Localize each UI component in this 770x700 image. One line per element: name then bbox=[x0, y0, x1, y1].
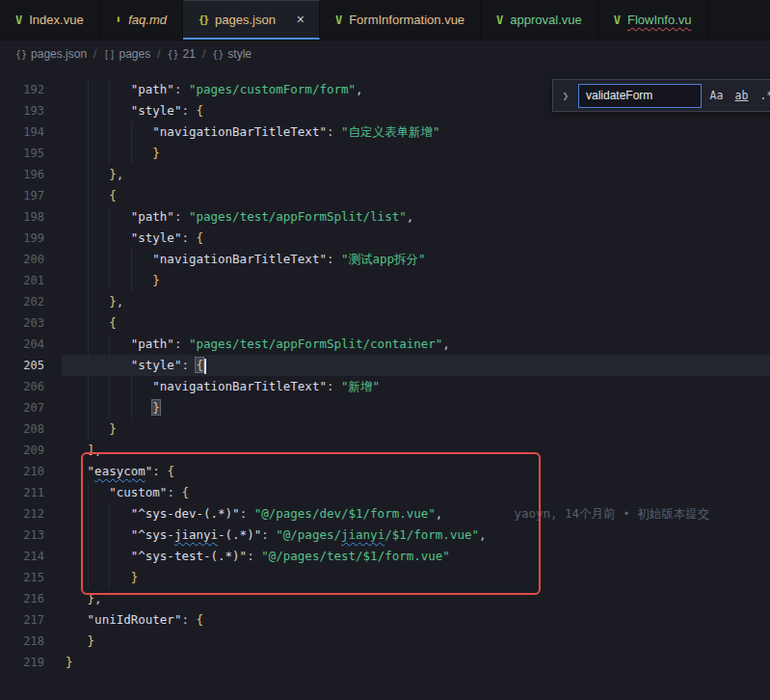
line-number[interactable]: 198 bbox=[0, 206, 44, 228]
code-token: : bbox=[181, 230, 196, 245]
line-number[interactable]: 192 bbox=[0, 79, 44, 100]
code-line-content: } bbox=[62, 567, 770, 588]
code-line[interactable]: 214 "^sys-test-(.*)": "@/pages/test/$1/f… bbox=[0, 546, 770, 567]
code-token bbox=[66, 506, 131, 521]
code-token: } bbox=[152, 146, 160, 160]
line-number[interactable]: 202 bbox=[0, 291, 44, 312]
line-number[interactable]: 217 bbox=[0, 609, 44, 631]
tab-faq.md[interactable]: ⬇faq.md bbox=[100, 0, 183, 40]
code-line[interactable]: 207 } bbox=[0, 397, 770, 418]
code-line-content: "path": "pages/test/appFormSplit/contain… bbox=[62, 334, 770, 355]
code-line[interactable]: 196 }, bbox=[0, 164, 770, 185]
find-input[interactable] bbox=[578, 84, 702, 108]
tab-FlowInfo.vu[interactable]: VFlowInfo.vu bbox=[598, 0, 708, 40]
line-number[interactable]: 201 bbox=[0, 270, 44, 291]
tab-FormInformation.vue[interactable]: VFormInformation.vue bbox=[320, 0, 481, 40]
indent-guide bbox=[88, 376, 89, 397]
breadcrumb-item-pages[interactable]: []pages bbox=[103, 47, 150, 61]
breadcrumb-item-style[interactable]: {}style bbox=[212, 47, 252, 61]
code-line[interactable]: 216 }, bbox=[0, 588, 770, 609]
tab-Index.vue[interactable]: VIndex.vue bbox=[0, 0, 100, 40]
code-token: jianyi bbox=[174, 527, 218, 542]
code-line[interactable]: 215 } bbox=[0, 567, 770, 588]
line-number[interactable]: 210 bbox=[0, 461, 44, 482]
code-token: : bbox=[174, 337, 189, 351]
tab-label: FormInformation.vue bbox=[349, 13, 465, 27]
match-case-button[interactable]: Aa bbox=[706, 86, 727, 106]
line-number[interactable]: 214 bbox=[0, 546, 44, 567]
code-line[interactable]: 201 } bbox=[0, 270, 770, 291]
line-number[interactable]: 205 bbox=[0, 355, 44, 376]
code-token: "uniIdRouter" bbox=[88, 612, 182, 627]
line-number[interactable]: 215 bbox=[0, 567, 44, 588]
code-line[interactable]: 217 "uniIdRouter": { bbox=[0, 609, 770, 631]
indent-guide bbox=[131, 249, 132, 270]
line-number[interactable]: 203 bbox=[0, 312, 44, 334]
code-line[interactable]: 218 } bbox=[0, 631, 770, 652]
indent-guide bbox=[88, 291, 89, 312]
line-number[interactable]: 195 bbox=[0, 143, 44, 164]
tab-approval.vue[interactable]: Vapproval.vue bbox=[481, 0, 598, 40]
line-number[interactable]: 194 bbox=[0, 121, 44, 143]
code-line[interactable]: 213 "^sys-jianyi-(.*)": "@/pages/jianyi/… bbox=[0, 525, 770, 546]
line-number[interactable]: 200 bbox=[0, 249, 44, 270]
code-line[interactable]: 198 "path": "pages/test/appFormSplit/lis… bbox=[0, 206, 770, 228]
close-tab-icon[interactable]: × bbox=[292, 11, 309, 28]
line-number[interactable]: 212 bbox=[0, 503, 44, 525]
code-line[interactable]: 212 "^sys-dev-(.*)": "@/pages/dev/$1/for… bbox=[0, 503, 770, 525]
line-number[interactable]: 204 bbox=[0, 334, 44, 355]
line-number[interactable]: 207 bbox=[0, 397, 44, 418]
breadcrumb-separator: / bbox=[202, 47, 205, 61]
tab-label: approval.vue bbox=[510, 13, 581, 27]
indent-guide bbox=[88, 249, 89, 270]
code-token: "新增" bbox=[341, 379, 380, 393]
tab-pages.json[interactable]: {}pages.json× bbox=[183, 0, 320, 40]
code-line-content: "navigationBarTitleText": "测试app拆分" bbox=[62, 249, 770, 270]
line-number[interactable]: 206 bbox=[0, 376, 44, 397]
symbol-icon: {} bbox=[168, 49, 179, 60]
code-line[interactable]: 206 "navigationBarTitleText": "新增" bbox=[0, 376, 770, 397]
line-number[interactable]: 208 bbox=[0, 418, 44, 440]
breadcrumb-item-21[interactable]: {}21 bbox=[168, 47, 196, 61]
code-line[interactable]: 209 ], bbox=[0, 440, 770, 461]
code-line[interactable]: 208 } bbox=[0, 418, 770, 440]
line-number[interactable]: 197 bbox=[0, 185, 44, 206]
toggle-replace-chevron-icon[interactable]: ❯ bbox=[557, 90, 573, 102]
line-number[interactable]: 219 bbox=[0, 652, 44, 673]
line-number[interactable]: 193 bbox=[0, 100, 44, 121]
line-number[interactable]: 209 bbox=[0, 440, 44, 461]
breadcrumb-item-pages.json[interactable]: {}pages.json bbox=[15, 47, 87, 61]
code-line[interactable]: 194 "navigationBarTitleText": "自定义表单新增" bbox=[0, 121, 770, 143]
code-line[interactable]: 205 "style": { bbox=[0, 355, 770, 376]
indent-guide bbox=[109, 546, 110, 567]
code-line[interactable]: 202 }, bbox=[0, 291, 770, 312]
code-line[interactable]: 210 "easycom": { bbox=[0, 461, 770, 482]
tab-label: faq.md bbox=[128, 13, 167, 27]
code-line[interactable]: 203 { bbox=[0, 312, 770, 334]
line-number[interactable]: 216 bbox=[0, 588, 44, 609]
code-token: "pages/customForm/form" bbox=[189, 82, 356, 96]
code-line[interactable]: 219} bbox=[0, 652, 770, 673]
code-token: "^sys-dev-(.*)" bbox=[131, 506, 240, 521]
regex-button[interactable]: .* bbox=[757, 86, 770, 106]
line-number[interactable]: 196 bbox=[0, 164, 44, 185]
line-number[interactable]: 213 bbox=[0, 525, 44, 546]
code-line-content: { bbox=[62, 185, 770, 206]
code-token bbox=[66, 570, 131, 584]
whole-word-button[interactable]: ab bbox=[731, 86, 752, 106]
code-line[interactable]: 199 "style": { bbox=[0, 228, 770, 249]
code-token bbox=[66, 103, 131, 118]
code-line[interactable]: 200 "navigationBarTitleText": "测试app拆分" bbox=[0, 249, 770, 270]
code-line[interactable]: 211 "custom": { bbox=[0, 482, 770, 503]
code-token: "style" bbox=[131, 103, 182, 118]
code-line[interactable]: 204 "path": "pages/test/appFormSplit/con… bbox=[0, 334, 770, 355]
line-number[interactable]: 199 bbox=[0, 228, 44, 249]
code-line[interactable]: 195 } bbox=[0, 143, 770, 164]
code-token bbox=[66, 230, 131, 245]
code-token: , bbox=[436, 506, 443, 521]
code-token: "path" bbox=[131, 209, 174, 224]
line-number[interactable]: 218 bbox=[0, 631, 44, 652]
line-number[interactable]: 211 bbox=[0, 482, 44, 503]
code-token: } bbox=[66, 655, 73, 669]
code-line[interactable]: 197 { bbox=[0, 185, 770, 206]
